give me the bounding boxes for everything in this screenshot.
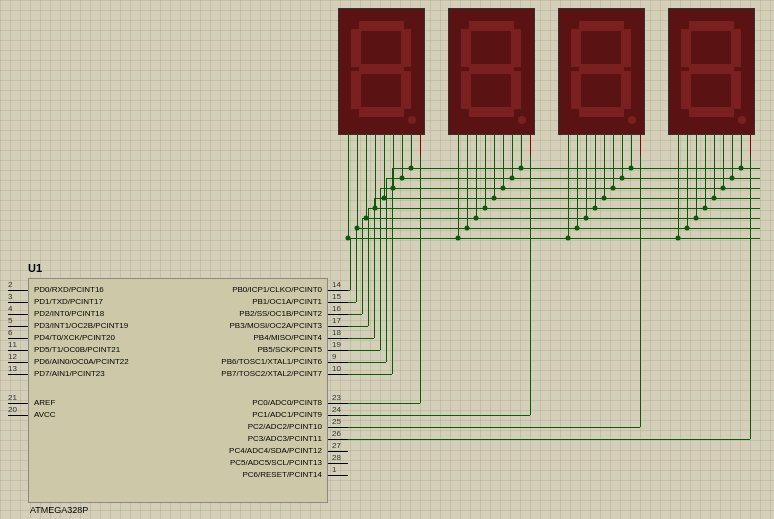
pin-stub <box>328 374 348 375</box>
seven-segment-display-3[interactable] <box>558 8 645 135</box>
wire <box>348 152 349 238</box>
wire <box>595 152 596 208</box>
seven-segment-display-1[interactable] <box>338 8 425 135</box>
display-pin-lead <box>723 134 724 152</box>
wire <box>350 238 351 290</box>
pin-number: 18 <box>332 328 341 337</box>
wire <box>386 178 387 362</box>
segment-c <box>621 71 631 109</box>
display-pin-lead <box>613 134 614 152</box>
wire-junction <box>510 176 515 181</box>
pin-label: PB4/MISO/PCINT4 <box>254 333 322 342</box>
seven-segment-display-4[interactable] <box>668 8 755 135</box>
pin-number: 28 <box>332 453 341 462</box>
display-pin-lead <box>458 134 459 152</box>
pin-label: PD7/AIN1/PCINT23 <box>34 369 105 378</box>
segment-b <box>401 29 411 67</box>
wire <box>494 152 495 198</box>
wire <box>577 152 578 228</box>
pin-label: PD5/T1/OC0B/PCINT21 <box>34 345 120 354</box>
display-pin-lead <box>512 134 513 152</box>
pin-stub <box>8 326 28 327</box>
wire-bus <box>380 188 760 189</box>
pin-label: AVCC <box>34 410 56 419</box>
display-pin-lead <box>604 134 605 152</box>
wire-junction <box>611 186 616 191</box>
pin-number: 26 <box>332 429 341 438</box>
display-cathode-lead <box>640 134 641 156</box>
display-cathode-lead <box>530 134 531 156</box>
wire-bus <box>362 218 760 219</box>
segment-dp <box>518 116 526 124</box>
wire <box>503 152 504 188</box>
wire <box>687 152 688 228</box>
wire <box>613 152 614 188</box>
display-pin-lead <box>705 134 706 152</box>
segment-f <box>351 29 361 67</box>
segment-g <box>689 64 734 74</box>
pin-number: 19 <box>332 340 341 349</box>
segment-a <box>359 21 404 31</box>
display-pin-lead <box>375 134 376 152</box>
wire-junction <box>620 176 625 181</box>
pin-number: 11 <box>8 340 17 349</box>
wire-bus <box>386 178 760 179</box>
segment-e <box>461 71 471 109</box>
wire-junction <box>712 196 717 201</box>
wire <box>622 152 623 178</box>
wire <box>568 152 569 238</box>
wire <box>402 152 403 178</box>
pin-label: PC1/ADC1/PCINT9 <box>252 410 322 419</box>
wire <box>348 439 750 440</box>
wire-junction <box>483 206 488 211</box>
wire-bus <box>374 198 760 199</box>
wire-junction <box>346 236 351 241</box>
wire-junction <box>584 216 589 221</box>
pin-stub <box>8 403 28 404</box>
wire <box>348 362 386 363</box>
segment-f <box>461 29 471 67</box>
wire <box>348 302 356 303</box>
pin-number: 6 <box>8 328 12 337</box>
wire-junction <box>676 236 681 241</box>
segment-a <box>689 21 734 31</box>
pin-stub <box>328 338 348 339</box>
display-pin-lead <box>687 134 688 152</box>
wire-junction <box>519 166 524 171</box>
wire <box>368 208 369 326</box>
segment-a <box>579 21 624 31</box>
wire-junction <box>501 186 506 191</box>
wire-junction <box>694 216 699 221</box>
pin-stub <box>328 290 348 291</box>
pin-label: PC3/ADC3/PCINT11 <box>248 434 322 443</box>
pin-number: 3 <box>8 292 12 301</box>
display-pin-lead <box>485 134 486 152</box>
pin-stub <box>8 338 28 339</box>
segment-d <box>469 107 514 117</box>
pin-number: 14 <box>332 280 341 289</box>
pin-number: 5 <box>8 316 12 325</box>
segment-g <box>579 64 624 74</box>
pin-number: 12 <box>8 352 17 361</box>
display-pin-lead <box>577 134 578 152</box>
wire-junction <box>566 236 571 241</box>
wire <box>348 326 368 327</box>
pin-label: PD3/INT1/OC2B/PCINT19 <box>34 321 128 330</box>
pin-stub <box>8 302 28 303</box>
pin-label: PB1/OC1A/PCINT1 <box>252 297 322 306</box>
seven-segment-display-2[interactable] <box>448 8 535 135</box>
wire-junction <box>602 196 607 201</box>
display-cathode-lead <box>750 134 751 156</box>
wire <box>393 152 394 188</box>
pin-number: 21 <box>8 393 17 402</box>
segment-f <box>681 29 691 67</box>
wire-junction <box>409 166 414 171</box>
pin-stub <box>328 362 348 363</box>
display-pin-lead <box>467 134 468 152</box>
wire <box>348 415 530 416</box>
pin-stub <box>328 439 348 440</box>
wire <box>356 228 357 302</box>
wire <box>485 152 486 208</box>
segment-dp <box>628 116 636 124</box>
wire <box>374 198 375 338</box>
